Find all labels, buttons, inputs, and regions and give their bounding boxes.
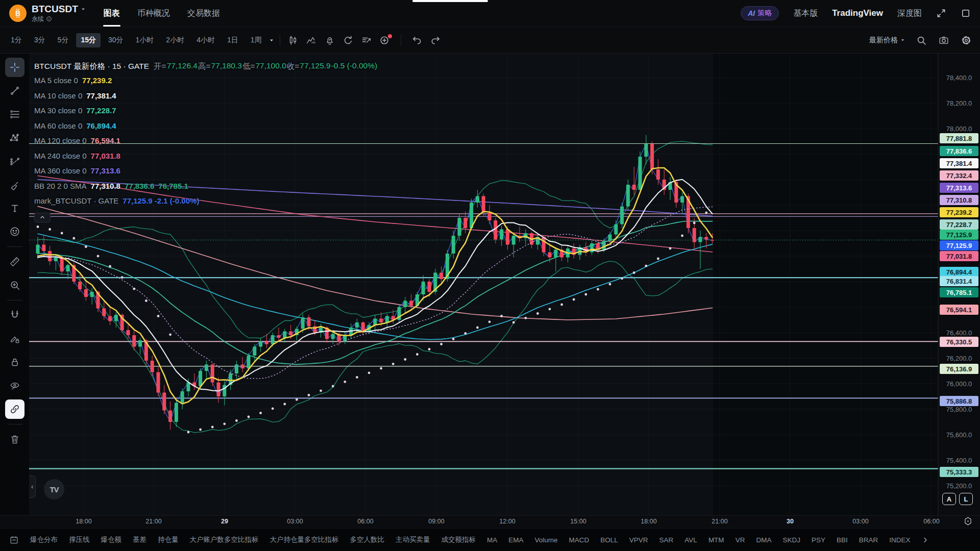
indicators-icon[interactable]	[304, 33, 319, 48]
timeframe-caret-icon[interactable]	[268, 37, 275, 43]
tool-trend-line-icon[interactable]	[5, 81, 24, 101]
tradingview-watermark: TV	[44, 479, 64, 499]
chart-area[interactable]: 78,400.078,200.078,000.076,400.076,200.0…	[29, 54, 980, 515]
tool-brush-icon[interactable]	[5, 175, 24, 194]
indicator-item-MA[interactable]: MA	[487, 536, 497, 544]
search-icon[interactable]	[914, 33, 929, 48]
chart-toolbar: 1分3分5分15分30分1小时2小时4小时1日1周 最新价格	[0, 27, 980, 54]
svg-text:78,400.0: 78,400.0	[946, 74, 972, 82]
indicator-item-多空人数比[interactable]: 多空人数比	[350, 535, 385, 544]
timeframe-4小时[interactable]: 4小时	[192, 33, 219, 47]
timezone-settings-icon[interactable]	[963, 516, 973, 526]
info-icon[interactable]	[46, 16, 52, 22]
timeframe-15分[interactable]: 15分	[76, 33, 101, 47]
time-axis[interactable]: 18:0021:002903:0006:0009:0012:0015:0018:…	[0, 515, 980, 528]
indicator-item-成交额指标[interactable]: 成交额指标	[442, 535, 476, 544]
price-mode-dropdown[interactable]: 最新价格	[869, 36, 905, 45]
indicator-item-BRAR[interactable]: BRAR	[859, 536, 878, 544]
indicator-item-AVL[interactable]: AVL	[684, 536, 697, 544]
indicator-item-INDEX[interactable]: INDEX	[889, 536, 910, 544]
indicator-item-爆仓分布[interactable]: 爆仓分布	[30, 535, 58, 544]
indicator-bar-more-icon[interactable]	[921, 536, 929, 544]
tool-draw-lock-icon[interactable]	[5, 329, 24, 348]
indicator-item-PSY[interactable]: PSY	[812, 536, 825, 544]
candlestick-style-icon[interactable]	[285, 33, 301, 48]
tool-ruler-icon[interactable]	[5, 252, 24, 271]
panel-collapse-tab[interactable]	[29, 475, 36, 498]
indicator-item-Volume[interactable]: Volume	[535, 536, 558, 544]
tool-zoom-in-icon[interactable]	[5, 276, 24, 295]
tool-hide-drawings-icon[interactable]	[5, 376, 24, 395]
indicator-item-基差[interactable]: 基差	[133, 535, 146, 544]
tool-xabcd-pattern-icon[interactable]	[5, 128, 24, 147]
symbol-selector[interactable]: BTCUSDT	[32, 4, 86, 15]
indicator-item-VR[interactable]: VR	[736, 536, 745, 544]
timeframe-1日[interactable]: 1日	[223, 33, 243, 47]
add-indicator-icon[interactable]	[377, 33, 393, 48]
indicator-item-爆仓额[interactable]: 爆仓额	[101, 535, 122, 544]
tool-link-icon[interactable]	[5, 399, 24, 419]
ai-strategy-button[interactable]: AI 策略	[741, 6, 779, 20]
svg-text:76,400.0: 76,400.0	[946, 329, 972, 337]
settings-icon[interactable]	[959, 33, 974, 48]
tool-magnet-icon[interactable]	[5, 306, 24, 325]
indicator-item-主动买卖量[interactable]: 主动买卖量	[396, 535, 430, 544]
indicator-item-VPVR[interactable]: VPVR	[629, 536, 648, 544]
indicator-item-大户持仓量多空比指标[interactable]: 大户持仓量多空比指标	[270, 535, 339, 544]
indicator-item-BBI[interactable]: BBI	[837, 536, 848, 544]
refresh-icon[interactable]	[340, 33, 356, 48]
market-type-label: 永续	[32, 16, 44, 22]
indicator-item-BOLL[interactable]: BOLL	[600, 536, 618, 544]
tool-parallel-lines-icon[interactable]	[5, 105, 24, 124]
tool-emoji-icon[interactable]	[5, 222, 24, 241]
svg-text:77,125.9: 77,125.9	[946, 242, 972, 249]
tool-lock-all-icon[interactable]	[5, 353, 24, 372]
timeframe-30分[interactable]: 30分	[104, 33, 128, 47]
svg-text:77,836.6: 77,836.6	[946, 147, 972, 155]
compare-icon[interactable]	[359, 33, 374, 48]
redo-icon[interactable]	[428, 33, 443, 48]
tool-forecast-icon[interactable]	[5, 152, 24, 171]
indicator-panel-icon[interactable]	[9, 535, 19, 545]
svg-text:77,881.8: 77,881.8	[946, 135, 972, 142]
indicator-item-撑压线[interactable]: 撑压线	[69, 535, 90, 544]
timeframe-1小时[interactable]: 1小时	[131, 33, 159, 47]
svg-text:76,200.0: 76,200.0	[946, 355, 972, 362]
indicator-item-大户账户数多空比指标[interactable]: 大户账户数多空比指标	[190, 535, 259, 544]
undo-icon[interactable]	[409, 33, 425, 48]
tool-trash-icon[interactable]	[5, 430, 24, 449]
expand-icon[interactable]	[936, 8, 946, 18]
log-scale-button[interactable]: L	[959, 493, 973, 505]
window-icon[interactable]	[961, 8, 971, 18]
tab-图表[interactable]: 图表	[104, 0, 120, 27]
svg-text:75,200.0: 75,200.0	[946, 482, 972, 490]
indicator-item-MTM[interactable]: MTM	[708, 536, 724, 544]
time-label: 21:00	[712, 518, 727, 525]
timeframe-1周[interactable]: 1周	[246, 33, 266, 47]
timeframe-2小时[interactable]: 2小时	[161, 33, 189, 47]
svg-text:75,400.0: 75,400.0	[946, 457, 972, 464]
depth-chart-link[interactable]: 深度图	[897, 8, 922, 19]
legend-collapse-button[interactable]	[34, 213, 51, 222]
tradingview-link[interactable]: TradingView	[832, 8, 883, 18]
tool-crosshair-icon[interactable]	[5, 58, 24, 77]
timeframe-5分[interactable]: 5分	[53, 33, 74, 47]
timeframe-3分[interactable]: 3分	[30, 33, 50, 47]
alert-icon[interactable]	[322, 33, 337, 48]
svg-text:B: B	[15, 10, 20, 17]
indicator-item-EMA[interactable]: EMA	[508, 536, 523, 544]
indicator-item-持仓量[interactable]: 持仓量	[158, 535, 179, 544]
indicator-item-SAR[interactable]: SAR	[659, 536, 674, 544]
time-label: 30	[787, 518, 794, 525]
auto-scale-button[interactable]: A	[942, 493, 956, 505]
camera-icon[interactable]	[936, 33, 951, 48]
indicator-item-SKDJ[interactable]: SKDJ	[782, 536, 800, 544]
basic-version-link[interactable]: 基本版	[793, 8, 818, 19]
tab-币种概况[interactable]: 币种概况	[137, 0, 170, 27]
tab-交易数据[interactable]: 交易数据	[187, 0, 220, 27]
indicator-item-DMA[interactable]: DMA	[756, 536, 771, 544]
timeframe-1分[interactable]: 1分	[6, 33, 27, 47]
tool-text-icon[interactable]	[5, 198, 24, 218]
svg-text:78,200.0: 78,200.0	[946, 99, 972, 107]
indicator-item-MACD[interactable]: MACD	[569, 536, 590, 544]
